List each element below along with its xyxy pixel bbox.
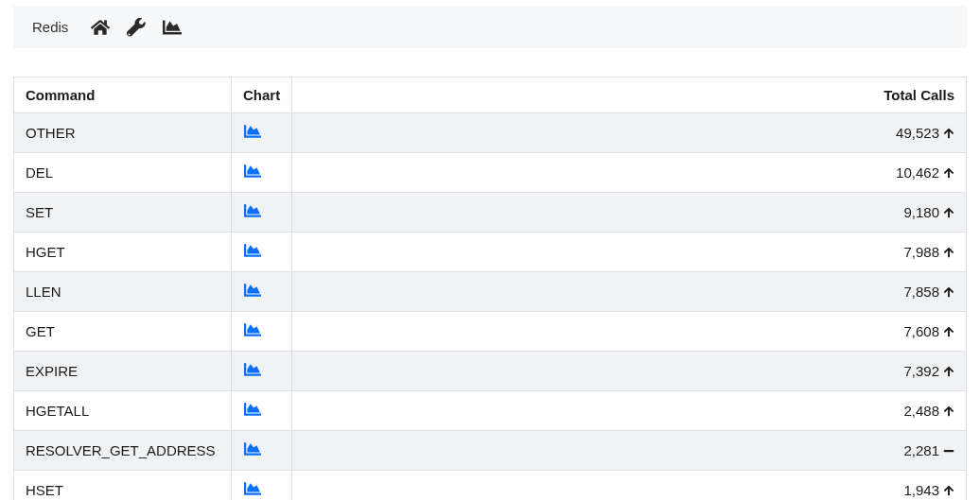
trend-up-icon	[943, 405, 954, 417]
command-cell: LLEN	[14, 272, 232, 312]
chart-area-icon[interactable]	[243, 242, 262, 259]
column-header-command[interactable]: Command	[14, 78, 232, 113]
total-calls-cell: 2,281	[292, 431, 967, 471]
chart-cell	[232, 233, 292, 272]
chart-cell	[232, 153, 292, 193]
total-calls-value: 2,488	[903, 403, 939, 419]
table-row: GET7,608	[14, 312, 967, 352]
table-row: LLEN7,858	[14, 272, 967, 312]
trend-flat-icon	[943, 445, 954, 457]
chart-area-icon[interactable]	[243, 480, 262, 497]
total-calls-cell: 7,858	[292, 272, 967, 312]
chart-cell	[232, 431, 292, 471]
total-calls-cell: 7,988	[292, 233, 967, 272]
total-calls-value: 7,988	[903, 244, 939, 260]
chart-area-icon[interactable]	[243, 282, 262, 299]
command-cell: SET	[14, 193, 232, 233]
table-row: DEL10,462	[14, 153, 967, 193]
command-cell: HSET	[14, 471, 232, 501]
chart-area-icon[interactable]	[243, 440, 262, 457]
table-row: HGET7,988	[14, 233, 967, 272]
column-header-chart[interactable]: Chart	[232, 78, 292, 113]
trend-up-icon	[943, 167, 954, 179]
total-calls-value: 10,462	[896, 164, 939, 181]
table-row: EXPIRE7,392	[14, 352, 967, 391]
total-calls-value: 1,943	[903, 482, 939, 498]
chart-area-icon[interactable]	[243, 321, 262, 338]
command-cell: GET	[14, 312, 232, 352]
header-bar: Redis	[13, 6, 967, 48]
chart-area-icon[interactable]	[243, 401, 262, 418]
total-calls-value: 7,858	[903, 284, 939, 300]
command-cell: RESOLVER_GET_ADDRESS	[14, 431, 232, 471]
table-row: RESOLVER_GET_ADDRESS2,281	[14, 431, 967, 471]
chart-cell	[232, 352, 292, 391]
chart-area-icon[interactable]	[163, 18, 182, 37]
trend-up-icon	[943, 326, 954, 337]
command-cell: DEL	[14, 153, 232, 193]
total-calls-cell: 7,608	[292, 312, 967, 352]
chart-area-icon[interactable]	[243, 202, 262, 219]
commands-table-wrap: Command Chart Total Calls OTHER49,523DEL…	[13, 77, 967, 500]
total-calls-value: 9,180	[903, 204, 939, 220]
total-calls-cell: 2,488	[292, 391, 967, 431]
command-cell: HGET	[14, 233, 232, 272]
total-calls-cell: 49,523	[292, 113, 967, 153]
chart-cell	[232, 113, 292, 153]
total-calls-value: 7,608	[903, 323, 939, 339]
chart-area-icon[interactable]	[243, 123, 262, 140]
total-calls-cell: 7,392	[292, 352, 967, 391]
chart-cell	[232, 272, 292, 312]
column-header-total[interactable]: Total Calls	[292, 78, 967, 113]
chart-cell	[232, 193, 292, 233]
commands-table: Command Chart Total Calls OTHER49,523DEL…	[13, 77, 967, 500]
trend-up-icon	[943, 247, 954, 258]
total-calls-cell: 9,180	[292, 193, 967, 233]
total-calls-cell: 10,462	[292, 153, 967, 193]
trend-up-icon	[943, 485, 954, 496]
total-calls-value: 49,523	[896, 125, 939, 141]
table-row: HGETALL2,488	[14, 391, 967, 431]
chart-cell	[232, 391, 292, 431]
home-icon[interactable]	[91, 18, 110, 37]
trend-up-icon	[943, 366, 954, 377]
chart-cell	[232, 471, 292, 501]
total-calls-value: 2,281	[903, 442, 939, 458]
chart-area-icon[interactable]	[243, 361, 262, 378]
total-calls-cell: 1,943	[292, 471, 967, 501]
command-cell: OTHER	[14, 113, 232, 153]
trend-up-icon	[943, 286, 954, 298]
command-cell: HGETALL	[14, 391, 232, 431]
table-row: SET9,180	[14, 193, 967, 233]
trend-up-icon	[943, 207, 954, 218]
total-calls-value: 7,392	[903, 363, 939, 379]
wrench-icon[interactable]	[127, 18, 146, 37]
chart-cell	[232, 312, 292, 352]
trend-up-icon	[943, 128, 954, 139]
table-row: HSET1,943	[14, 471, 967, 501]
command-cell: EXPIRE	[14, 352, 232, 391]
chart-area-icon[interactable]	[243, 163, 262, 180]
page-title: Redis	[26, 15, 74, 39]
table-row: OTHER49,523	[14, 113, 967, 153]
